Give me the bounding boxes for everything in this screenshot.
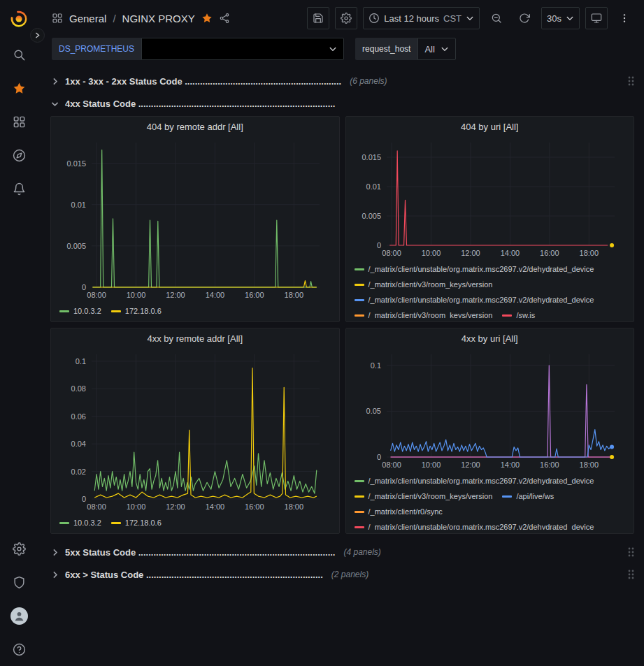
- svg-text:18:00: 18:00: [579, 461, 599, 469]
- legend-item[interactable]: /_matrix/client/unstable/org.matrix.msc2…: [355, 520, 594, 530]
- sidebar-item-dashboards[interactable]: [0, 105, 38, 138]
- legend-item[interactable]: 10.0.3.2: [59, 304, 101, 318]
- row-title: 6xx > Status Code ......................…: [65, 570, 323, 580]
- svg-text:0.005: 0.005: [66, 242, 86, 250]
- variable-label-request-host[interactable]: request_host: [355, 38, 417, 60]
- legend-label: /api/live/ws: [516, 489, 554, 503]
- grafana-logo[interactable]: [9, 0, 29, 38]
- legend-item[interactable]: /api/live/ws: [502, 489, 554, 503]
- panel-title[interactable]: 4xx by remote addr [All]: [59, 333, 331, 349]
- chevron-right-icon: [50, 570, 59, 579]
- sidebar-item-help[interactable]: [0, 632, 38, 666]
- refresh-interval-picker[interactable]: 30s: [541, 7, 580, 29]
- svg-text:10:00: 10:00: [421, 461, 441, 469]
- legend-item[interactable]: /_matrix/client/unstable/org.matrix.msc2…: [355, 293, 594, 307]
- drag-handle-icon[interactable]: [627, 75, 634, 87]
- save-dashboard-button[interactable]: [307, 7, 329, 29]
- svg-text:0: 0: [376, 241, 380, 249]
- sidebar-item-server-admin[interactable]: [0, 565, 38, 599]
- sidebar-item-alerting[interactable]: [0, 172, 38, 205]
- kebab-menu-button[interactable]: [613, 7, 636, 29]
- legend-label: /_matrix/client/unstable/org.matrix.msc2…: [368, 474, 594, 488]
- panel-title[interactable]: 4xx by uri [All]: [355, 333, 626, 349]
- time-series-chart[interactable]: 08:0010:0012:0014:0016:0018:0000.020.040…: [59, 349, 331, 514]
- svg-text:14:00: 14:00: [206, 291, 225, 299]
- dashboard-canvas: 1xx - 3xx - 2xx Status Code ............…: [38, 67, 644, 666]
- drag-handle-icon[interactable]: [627, 569, 634, 580]
- time-series-chart[interactable]: 08:0010:0012:0014:0016:0018:0000.0050.01…: [355, 137, 626, 261]
- zoom-out-button[interactable]: [485, 7, 508, 29]
- panel-title[interactable]: 404 by uri [All]: [355, 122, 626, 137]
- legend-item[interactable]: /_matrix/client/v3/room_keys/version: [355, 308, 493, 318]
- chevron-down-icon: [50, 99, 59, 108]
- dashboards-grid-icon: [13, 115, 26, 129]
- sidebar: [0, 0, 38, 666]
- panel-grid: 404 by remote addr [All] 08:0010:0012:00…: [50, 116, 634, 534]
- request-host-selected-value: All: [424, 44, 434, 55]
- legend-item[interactable]: 172.18.0.6: [111, 304, 162, 318]
- sidebar-item-search[interactable]: [0, 38, 38, 71]
- legend-item[interactable]: /_matrix/client/v3/room_keys/version: [355, 489, 493, 503]
- svg-text:0.08: 0.08: [71, 384, 86, 393]
- sidebar-item-profile[interactable]: [0, 599, 38, 632]
- refresh-button[interactable]: [513, 7, 536, 29]
- breadcrumb-folder[interactable]: General: [69, 13, 106, 24]
- svg-text:16:00: 16:00: [540, 249, 559, 257]
- legend-label: /_matrix/client/v3/room_keys/version: [368, 308, 493, 318]
- legend-item[interactable]: 10.0.3.2: [59, 516, 101, 530]
- grafana-logo-icon: [9, 9, 29, 29]
- save-icon: [313, 13, 324, 24]
- svg-text:16:00: 16:00: [245, 502, 264, 511]
- legend-swatch: [502, 314, 512, 317]
- chevron-right-icon: [50, 548, 59, 557]
- legend-item[interactable]: /_matrix/client/r0/sync: [355, 505, 443, 519]
- svg-text:10:00: 10:00: [127, 291, 146, 299]
- svg-text:18:00: 18:00: [579, 249, 599, 257]
- variable-request-host: request_host All: [355, 38, 456, 60]
- top-navigation-bar: General / NGINX PROXY Last 12 hours CST: [38, 0, 644, 36]
- row-4xx-status-code[interactable]: 4xx Status Code ........................…: [50, 94, 634, 113]
- svg-text:0.01: 0.01: [366, 182, 380, 191]
- row-1xx-3xx-2xx-status-code[interactable]: 1xx - 3xx - 2xx Status Code ............…: [50, 71, 634, 91]
- time-range-picker[interactable]: Last 12 hours CST: [363, 7, 480, 29]
- panel-title[interactable]: 404 by remote addr [All]: [59, 122, 331, 137]
- variable-value-request-host[interactable]: All: [417, 38, 455, 60]
- sidebar-item-configuration[interactable]: [0, 532, 38, 565]
- legend-swatch: [59, 522, 69, 524]
- svg-text:0.01: 0.01: [71, 201, 86, 209]
- legend-item[interactable]: /_matrix/client/unstable/org.matrix.msc2…: [355, 262, 594, 276]
- legend-item[interactable]: /_matrix/client/v3/room_keys/version: [355, 277, 493, 291]
- sidebar-expand-button[interactable]: [30, 28, 45, 43]
- legend-swatch: [502, 495, 512, 498]
- chart-legend: 10.0.3.2172.18.0.6: [59, 303, 331, 318]
- chevron-down-icon: [329, 45, 337, 53]
- svg-text:14:00: 14:00: [500, 461, 520, 469]
- favorite-star-icon[interactable]: [201, 13, 213, 24]
- drag-handle-icon[interactable]: [627, 546, 634, 558]
- variable-ds-prometheus: DS_PROMETHEUS: [52, 38, 344, 60]
- svg-text:16:00: 16:00: [540, 461, 559, 469]
- variable-label-ds-prometheus[interactable]: DS_PROMETHEUS: [52, 38, 141, 60]
- cycle-view-mode-button[interactable]: [585, 7, 608, 29]
- svg-text:16:00: 16:00: [245, 291, 264, 299]
- share-icon[interactable]: [219, 13, 230, 24]
- sidebar-item-starred[interactable]: [0, 71, 38, 105]
- time-series-chart[interactable]: 08:0010:0012:0014:0016:0018:0000.050.1: [355, 349, 626, 472]
- refresh-icon: [519, 13, 530, 24]
- legend-item[interactable]: /sw.js: [502, 308, 535, 318]
- time-series-chart[interactable]: 08:0010:0012:0014:0016:0018:0000.0050.01…: [59, 137, 331, 303]
- row-title: 5xx Status Code ........................…: [65, 547, 335, 558]
- legend-item[interactable]: 172.18.0.6: [111, 516, 162, 530]
- chart-legend: /_matrix/client/unstable/org.matrix.msc2…: [355, 261, 626, 318]
- refresh-interval-label: 30s: [547, 13, 561, 24]
- variable-value-ds-prometheus[interactable]: [141, 38, 344, 60]
- row-5xx-status-code[interactable]: 5xx Status Code ........................…: [50, 542, 634, 562]
- row-6xx-status-code[interactable]: 6xx > Status Code ......................…: [50, 565, 634, 584]
- sidebar-item-explore[interactable]: [0, 138, 38, 172]
- svg-text:18:00: 18:00: [285, 291, 304, 299]
- dashboard-settings-button[interactable]: [335, 7, 357, 29]
- dashboard-title[interactable]: NGINX PROXY: [122, 13, 195, 24]
- legend-item[interactable]: /_matrix/client/unstable/org.matrix.msc2…: [355, 474, 594, 488]
- clock-icon: [368, 13, 380, 24]
- legend-swatch: [111, 310, 121, 312]
